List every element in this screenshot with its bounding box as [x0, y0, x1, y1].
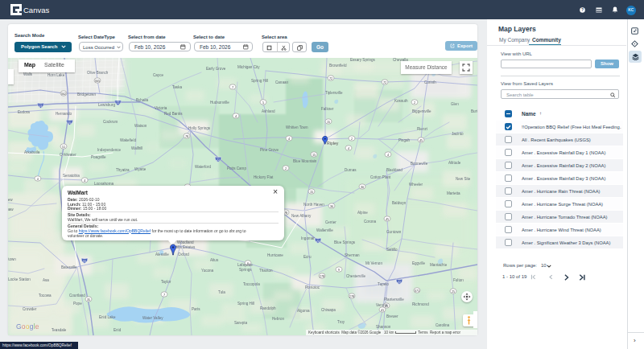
svg-text:278: 278 — [320, 275, 324, 278]
svg-text:Pontotoc: Pontotoc — [305, 285, 320, 289]
svg-text:5: 5 — [262, 101, 264, 105]
svg-text:15: 15 — [310, 191, 313, 194]
svg-text:Blue Mountain: Blue Mountain — [293, 159, 317, 163]
svg-text:Wheeler: Wheeler — [409, 183, 423, 187]
svg-text:Longtown: Longtown — [8, 257, 16, 261]
svg-text:Cotton Plant: Cotton Plant — [370, 175, 391, 179]
svg-text:Saltillo: Saltillo — [386, 248, 398, 252]
svg-text:371: 371 — [415, 289, 419, 293]
svg-text:Booneville: Booneville — [411, 162, 428, 166]
svg-text:305: 305 — [95, 80, 100, 83]
svg-text:Tocowa: Tocowa — [39, 294, 52, 298]
svg-text:Woodland: Woodland — [177, 240, 194, 244]
svg-text:Taska: Taska — [172, 85, 182, 89]
svg-text:Victoria: Victoria — [155, 106, 167, 110]
svg-text:Wallerville: Wallerville — [316, 228, 333, 232]
svg-text:Independence: Independence — [97, 148, 122, 152]
svg-text:Early Grove: Early Grove — [206, 67, 226, 71]
svg-text:Michigan City: Michigan City — [237, 65, 260, 69]
svg-text:4: 4 — [288, 138, 290, 141]
svg-text:Oxford: Oxford — [178, 253, 189, 257]
svg-text:Eggville: Eggville — [412, 261, 426, 265]
svg-text:Shannon: Shannon — [376, 325, 391, 329]
svg-text:Fulton: Fulton — [453, 278, 464, 282]
svg-text:Hebron: Hebron — [272, 317, 285, 321]
svg-text:Canaan: Canaan — [275, 80, 289, 84]
svg-text:45: 45 — [419, 139, 423, 142]
svg-text:Whitten Town: Whitten Town — [286, 125, 308, 129]
svg-text:Cayce: Cayce — [153, 73, 163, 77]
svg-text:Teasdale: Teasdale — [52, 328, 67, 332]
svg-text:Walls: Walls — [23, 72, 33, 76]
svg-text:7: 7 — [163, 294, 165, 297]
svg-text:Hills Estates: Hills Estates — [175, 245, 196, 249]
svg-text:22: 22 — [39, 105, 43, 108]
svg-text:Richmond: Richmond — [412, 302, 429, 306]
svg-text:Chesterville: Chesterville — [346, 274, 365, 278]
svg-text:Troy: Troy — [337, 320, 345, 324]
svg-text:278: 278 — [349, 295, 354, 298]
svg-text:Byhalia: Byhalia — [136, 98, 149, 102]
svg-text:Yocona: Yocona — [201, 269, 214, 273]
svg-text:Eudora: Eudora — [18, 110, 30, 114]
svg-text:Springs: Springs — [239, 268, 252, 272]
svg-text:Olive Branch: Olive Branch — [87, 71, 109, 75]
svg-text:55: 55 — [68, 121, 72, 125]
svg-text:22: 22 — [117, 101, 120, 105]
svg-text:Wallhill: Wallhill — [131, 146, 142, 150]
svg-text:78: 78 — [284, 211, 287, 215]
svg-text:9: 9 — [338, 269, 340, 272]
svg-text:15: 15 — [312, 154, 316, 157]
svg-text:Center: Center — [325, 220, 336, 224]
svg-text:Pope: Pope — [73, 302, 82, 306]
svg-text:Watson: Watson — [134, 124, 147, 128]
svg-text:Blue Springs: Blue Springs — [334, 240, 356, 244]
svg-text:Plantersville: Plantersville — [384, 298, 404, 302]
svg-text:Jacinto: Jacinto — [452, 132, 464, 136]
svg-text:25: 25 — [452, 290, 455, 294]
svg-text:Ripley: Ripley — [327, 141, 339, 146]
svg-text:30: 30 — [330, 205, 333, 208]
svg-text:35: 35 — [87, 298, 90, 302]
svg-text:Falkner: Falkner — [321, 107, 334, 111]
svg-text:22: 22 — [217, 158, 220, 162]
svg-text:4: 4 — [387, 154, 389, 157]
svg-text:New Albany: New Albany — [291, 214, 312, 218]
svg-text:Hickory Flat: Hickory Flat — [254, 175, 274, 179]
svg-text:Tupelo: Tupelo — [378, 282, 389, 286]
svg-text:Arkabutla: Arkabutla — [24, 150, 40, 154]
svg-text:Glen: Glen — [451, 102, 459, 106]
svg-text:Corona: Corona — [364, 220, 377, 224]
svg-text:Coldwater: Coldwater — [60, 153, 76, 157]
svg-text:Altus: Altus — [210, 258, 219, 262]
svg-text:Hurricane: Hurricane — [267, 253, 283, 257]
svg-text:Randolph: Randolph — [260, 306, 276, 310]
svg-text:Potts Camp: Potts Camp — [227, 166, 246, 170]
svg-text:15: 15 — [327, 121, 330, 124]
svg-text:Pisgah: Pisgah — [398, 138, 410, 142]
svg-text:Biggersville: Biggersville — [412, 109, 431, 113]
svg-text:Waterford: Waterford — [195, 165, 211, 169]
svg-text:51: 51 — [62, 146, 65, 149]
svg-text:Hernando: Hernando — [56, 112, 72, 116]
svg-text:Paris: Paris — [192, 307, 200, 311]
svg-text:302: 302 — [61, 92, 66, 96]
svg-text:Marietta: Marietta — [447, 191, 460, 195]
svg-text:2: 2 — [285, 167, 287, 170]
svg-text:Poagville: Poagville — [91, 155, 106, 159]
svg-text:22: 22 — [398, 281, 401, 284]
svg-text:Water Valley: Water Valley — [142, 316, 163, 320]
svg-text:4: 4 — [235, 115, 237, 118]
svg-text:Carolina: Carolina — [436, 323, 450, 327]
svg-text:Enid Lake: Enid Lake — [99, 315, 116, 319]
svg-text:Asa: Asa — [43, 278, 49, 282]
svg-text:Thyatira: Thyatira — [116, 168, 130, 172]
svg-text:Taylor: Taylor — [161, 280, 171, 284]
svg-text:Verona: Verona — [376, 303, 388, 307]
svg-text:Enid: Enid — [114, 328, 122, 332]
svg-text:Guntown: Guntown — [386, 230, 402, 234]
svg-text:Corinth: Corinth — [424, 80, 436, 84]
svg-text:Locke Station: Locke Station — [8, 277, 31, 281]
svg-text:Burton: Burton — [471, 109, 477, 113]
svg-text:Sherman: Sherman — [345, 253, 360, 257]
